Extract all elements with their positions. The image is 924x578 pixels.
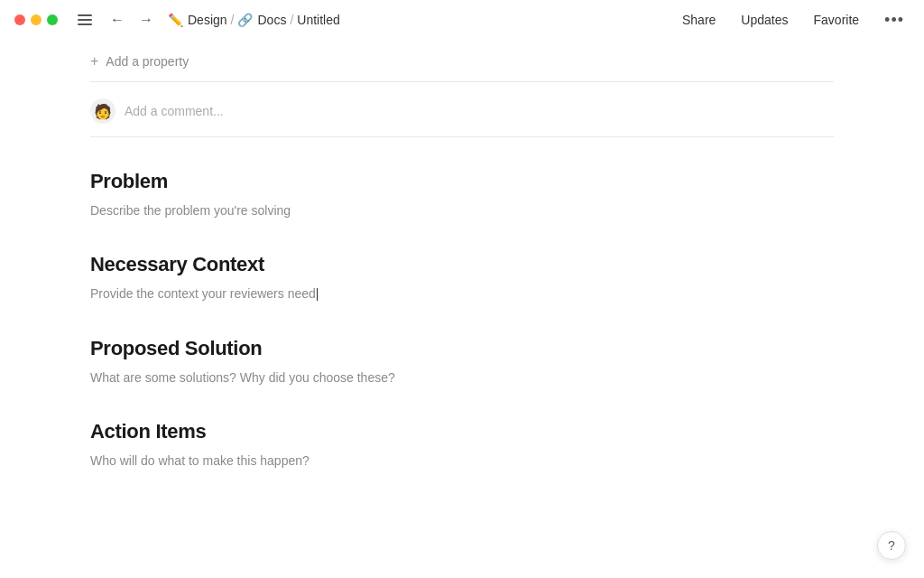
section-necessary-context: Necessary Context Provide the context yo… <box>90 253 834 303</box>
nav-arrows: ← → <box>105 8 159 32</box>
help-button[interactable]: ? <box>877 531 906 560</box>
link-icon: 🔗 <box>237 13 253 27</box>
close-button[interactable] <box>14 14 25 25</box>
section-proposed-solution-heading: Proposed Solution <box>90 337 834 360</box>
add-comment-row: 🧑 Add a comment... <box>90 82 834 137</box>
add-property-label: Add a property <box>106 54 189 69</box>
breadcrumb-sep-2: / <box>290 13 293 27</box>
section-problem: Problem Describe the problem you're solv… <box>90 170 834 220</box>
breadcrumb-docs[interactable]: 🔗 Docs <box>237 13 286 27</box>
section-problem-body[interactable]: Describe the problem you're solving <box>90 200 834 220</box>
user-avatar: 🧑 <box>90 98 116 124</box>
titlebar-left: ← → ✏️ Design / 🔗 Docs / Untitled <box>14 8 340 32</box>
plus-icon: + <box>90 54 98 69</box>
breadcrumb-sep-1: / <box>231 13 235 27</box>
titlebar: ← → ✏️ Design / 🔗 Docs / Untitled Share … <box>0 0 924 40</box>
section-necessary-context-body[interactable]: Provide the context your reviewers need <box>90 284 834 303</box>
pencil-icon: ✏️ <box>168 13 183 27</box>
section-necessary-context-heading: Necessary Context <box>90 253 834 276</box>
section-proposed-solution: Proposed Solution What are some solution… <box>90 337 834 387</box>
favorite-button[interactable]: Favorite <box>808 9 865 31</box>
breadcrumb-current-label: Untitled <box>297 13 339 27</box>
breadcrumb-design-label: Design <box>188 13 227 27</box>
breadcrumb-design[interactable]: ✏️ Design <box>168 13 227 27</box>
sidebar-toggle-button[interactable] <box>74 11 96 29</box>
hamburger-line <box>78 19 92 21</box>
forward-button[interactable]: → <box>134 8 159 32</box>
hamburger-line <box>78 23 92 25</box>
updates-button[interactable]: Updates <box>735 9 793 31</box>
section-action-items: Action Items Who will do what to make th… <box>90 420 834 471</box>
comment-input[interactable]: Add a comment... <box>125 104 224 118</box>
section-action-items-body[interactable]: Who will do what to make this happen? <box>90 451 834 471</box>
section-action-items-heading: Action Items <box>90 420 834 443</box>
back-button[interactable]: ← <box>105 8 130 32</box>
titlebar-right: Share Updates Favorite ••• <box>677 7 910 33</box>
breadcrumb-current[interactable]: Untitled <box>297 13 339 27</box>
more-options-button[interactable]: ••• <box>879 7 910 33</box>
share-button[interactable]: Share <box>677 9 721 31</box>
hamburger-line <box>78 14 92 16</box>
traffic-lights <box>14 14 58 25</box>
breadcrumb: ✏️ Design / 🔗 Docs / Untitled <box>168 13 340 27</box>
section-proposed-solution-body[interactable]: What are some solutions? Why did you cho… <box>90 368 834 387</box>
breadcrumb-docs-label: Docs <box>257 13 286 27</box>
section-problem-heading: Problem <box>90 170 834 193</box>
maximize-button[interactable] <box>47 14 58 25</box>
main-content: + Add a property 🧑 Add a comment... Prob… <box>0 40 924 578</box>
add-property-row[interactable]: + Add a property <box>90 40 834 82</box>
minimize-button[interactable] <box>31 14 42 25</box>
